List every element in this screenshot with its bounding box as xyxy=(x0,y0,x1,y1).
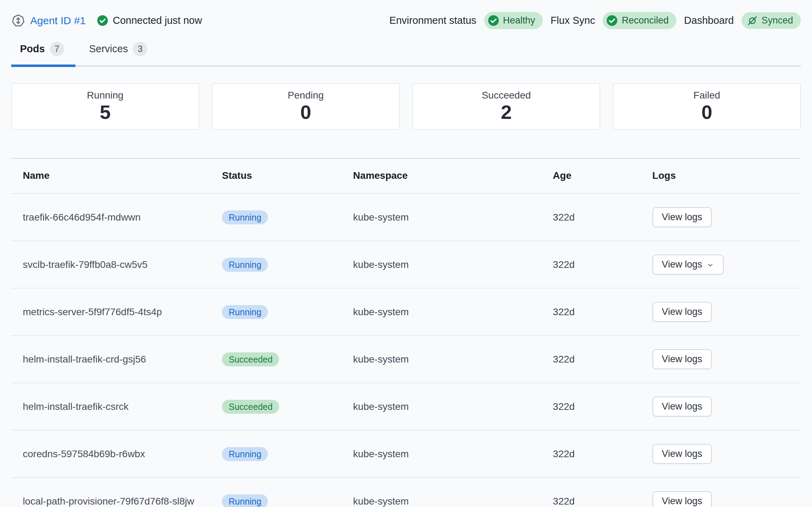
view-logs-button[interactable]: View logs xyxy=(652,349,712,369)
pod-age: 322d xyxy=(553,478,652,507)
stat-label: Succeeded xyxy=(482,90,531,101)
table-row: metrics-server-5f9f776df5-4ts4p Running … xyxy=(11,288,801,336)
chevron-down-icon xyxy=(706,261,714,269)
stat-value: 0 xyxy=(300,102,311,123)
check-circle-icon xyxy=(488,15,499,26)
pod-namespace: kube-system xyxy=(353,383,553,430)
synced-badge-text: Synced xyxy=(762,15,793,26)
stat-card-succeeded: Succeeded 2 xyxy=(412,83,600,130)
status-badge: Running xyxy=(222,494,268,507)
stat-value: 0 xyxy=(701,102,712,123)
view-logs-button[interactable]: View logs xyxy=(652,397,712,417)
pod-name: helm-install-traefik-csrck xyxy=(11,383,222,430)
stat-card-running: Running 5 xyxy=(11,83,199,130)
agent-shield-arrows-icon xyxy=(11,14,25,28)
sync-icon xyxy=(747,15,758,26)
reconciled-badge: Reconciled xyxy=(603,12,676,29)
environment-statuses: Environment status Healthy Flux Sync Rec… xyxy=(389,12,801,29)
pod-stats: Running 5 Pending 0 Succeeded 2 Failed 0 xyxy=(11,83,801,130)
status-badge: Running xyxy=(222,258,268,272)
pod-name: traefik-66c46d954f-mdwwn xyxy=(11,194,222,241)
pod-age: 322d xyxy=(553,288,652,336)
status-badge: Succeeded xyxy=(222,400,279,414)
healthy-badge-text: Healthy xyxy=(503,15,535,26)
pods-table: Name Status Namespace Age Logs traefik-6… xyxy=(11,158,801,507)
table-row: traefik-66c46d954f-mdwwn Running kube-sy… xyxy=(11,194,801,241)
column-header-age: Age xyxy=(553,158,652,194)
column-header-status: Status xyxy=(222,158,353,194)
top-bar: Agent ID #1 Connected just now Environme… xyxy=(11,0,801,29)
connection-status: Connected just now xyxy=(97,15,202,26)
tab-bar: Pods 7 Services 3 xyxy=(11,42,801,67)
tab-services[interactable]: Services 3 xyxy=(80,42,158,65)
pod-name: local-path-provisioner-79f67d76f8-sl8jw xyxy=(11,478,222,507)
stat-card-failed: Failed 0 xyxy=(613,83,801,130)
view-logs-label: View logs xyxy=(662,306,702,317)
view-logs-button[interactable]: View logs xyxy=(652,444,712,464)
column-header-logs: Logs xyxy=(652,158,801,194)
view-logs-button[interactable]: View logs xyxy=(652,491,712,507)
table-row: svclb-traefik-79ffb0a8-cw5v5 Running kub… xyxy=(11,241,801,288)
stat-label: Running xyxy=(87,90,123,101)
pod-age: 322d xyxy=(553,383,652,430)
status-badge: Running xyxy=(222,210,268,224)
pod-name: coredns-597584b69b-r6wbx xyxy=(11,430,222,478)
view-logs-label: View logs xyxy=(662,401,702,412)
tab-pods-count: 7 xyxy=(50,42,64,56)
pod-namespace: kube-system xyxy=(353,478,553,507)
view-logs-button[interactable]: View logs xyxy=(652,255,724,275)
stat-card-pending: Pending 0 xyxy=(212,83,400,130)
status-badge: Running xyxy=(222,305,268,319)
environment-status-label: Environment status xyxy=(389,15,476,26)
view-logs-button[interactable]: View logs xyxy=(652,302,712,322)
tab-pods-label: Pods xyxy=(20,43,45,55)
status-badge: Running xyxy=(222,447,268,461)
pod-namespace: kube-system xyxy=(353,288,553,336)
agent-id-link[interactable]: Agent ID #1 xyxy=(30,15,86,27)
view-logs-label: View logs xyxy=(662,496,702,507)
pod-age: 322d xyxy=(553,336,652,383)
check-circle-icon xyxy=(606,15,618,26)
table-header-row: Name Status Namespace Age Logs xyxy=(11,158,801,194)
check-circle-icon xyxy=(97,15,108,26)
flux-sync-label: Flux Sync xyxy=(550,15,595,26)
status-badge: Succeeded xyxy=(222,352,279,366)
view-logs-label: View logs xyxy=(662,212,702,223)
pod-age: 322d xyxy=(553,430,652,478)
agent-info: Agent ID #1 Connected just now xyxy=(11,14,202,28)
pod-namespace: kube-system xyxy=(353,194,553,241)
column-header-name: Name xyxy=(11,158,222,194)
table-row: local-path-provisioner-79f67d76f8-sl8jw … xyxy=(11,478,801,507)
column-header-namespace: Namespace xyxy=(353,158,553,194)
stat-label: Failed xyxy=(693,90,720,101)
view-logs-label: View logs xyxy=(662,448,702,459)
stat-value: 2 xyxy=(501,102,512,123)
stat-label: Pending xyxy=(288,90,324,101)
tab-services-label: Services xyxy=(89,43,128,55)
tab-pods[interactable]: Pods 7 xyxy=(11,42,75,65)
view-logs-button[interactable]: View logs xyxy=(652,207,712,227)
view-logs-label: View logs xyxy=(662,259,702,270)
synced-badge: Synced xyxy=(742,12,801,29)
pod-name: svclb-traefik-79ffb0a8-cw5v5 xyxy=(11,241,222,288)
tab-services-count: 3 xyxy=(133,42,147,56)
dashboard-label: Dashboard xyxy=(684,15,734,26)
pod-namespace: kube-system xyxy=(353,336,553,383)
healthy-badge: Healthy xyxy=(484,12,543,29)
pod-age: 322d xyxy=(553,194,652,241)
reconciled-badge-text: Reconciled xyxy=(622,15,669,26)
pod-name: metrics-server-5f9f776df5-4ts4p xyxy=(11,288,222,336)
table-row: helm-install-traefik-csrck Succeeded kub… xyxy=(11,383,801,430)
dashboard-page: Agent ID #1 Connected just now Environme… xyxy=(0,0,812,507)
table-row: coredns-597584b69b-r6wbx Running kube-sy… xyxy=(11,430,801,478)
pod-age: 322d xyxy=(553,241,652,288)
view-logs-label: View logs xyxy=(662,354,702,365)
pod-namespace: kube-system xyxy=(353,241,553,288)
pod-name: helm-install-traefik-crd-gsj56 xyxy=(11,336,222,383)
stat-value: 5 xyxy=(100,102,110,123)
table-row: helm-install-traefik-crd-gsj56 Succeeded… xyxy=(11,336,801,383)
connection-status-text: Connected just now xyxy=(113,15,202,26)
pod-namespace: kube-system xyxy=(353,430,553,478)
